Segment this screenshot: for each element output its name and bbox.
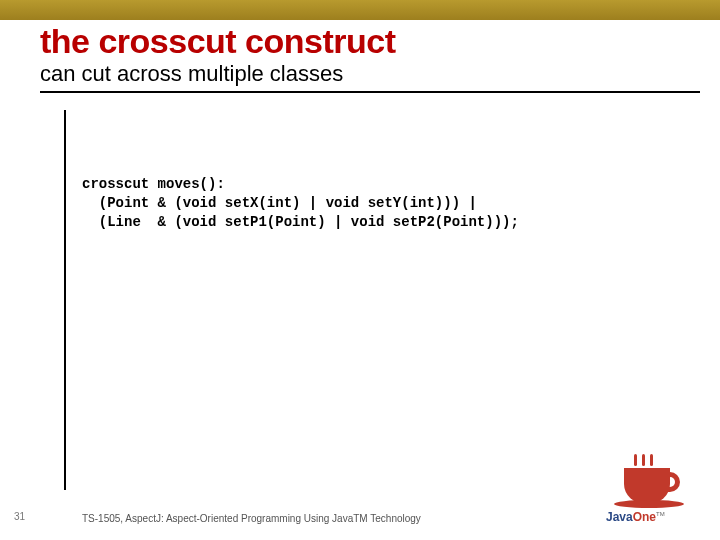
logo-one: One: [633, 510, 656, 524]
code-snippet: crosscut moves(): (Point & (void setX(in…: [82, 175, 519, 232]
slide-title: the crosscut construct: [40, 22, 700, 61]
steam-icon: [642, 454, 645, 466]
steam-icon: [650, 454, 653, 466]
logo-text: JavaOneTM: [606, 510, 716, 524]
steam-icon: [634, 454, 637, 466]
title-block: the crosscut construct can cut across mu…: [40, 22, 700, 93]
saucer-icon: [614, 500, 684, 508]
page-number: 31: [14, 511, 25, 522]
vertical-rule: [64, 110, 66, 490]
cup-handle-icon: [664, 472, 680, 492]
javaone-logo: JavaOneTM: [606, 464, 706, 534]
slide-subtitle: can cut across multiple classes: [40, 61, 700, 93]
slide: the crosscut construct can cut across mu…: [0, 0, 720, 540]
top-accent-bar: [0, 0, 720, 20]
logo-tm: TM: [656, 511, 665, 517]
logo-java: Java: [606, 510, 633, 524]
footer-text: TS-1505, AspectJ: Aspect-Oriented Progra…: [82, 513, 421, 524]
